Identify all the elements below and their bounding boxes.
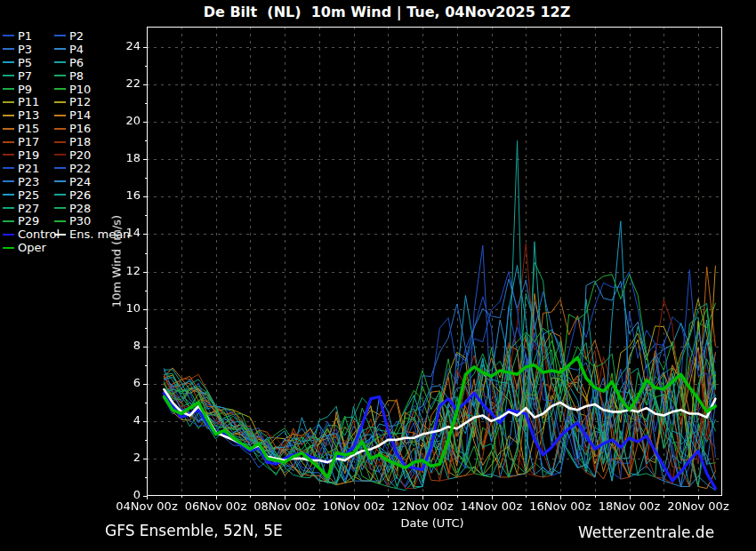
y-tick-label: 16 bbox=[105, 188, 141, 204]
y-tick-label: 6 bbox=[105, 376, 141, 391]
x-tick-label: 08Nov 00z bbox=[253, 499, 315, 513]
app-window: De Bilt (NL) 10m Wind | Tue, 04Nov2025 1… bbox=[0, 0, 756, 551]
y-tick-label: 18 bbox=[105, 151, 141, 166]
y-tick-label: 2 bbox=[105, 451, 141, 466]
y-tick-label: 4 bbox=[105, 413, 141, 428]
y-tick-label: 22 bbox=[105, 76, 141, 92]
y-tick-label: 8 bbox=[105, 339, 141, 354]
footer-model-info: GFS Ensemble, 52N, 5E bbox=[105, 522, 283, 539]
x-tick-label: 20Nov 00z bbox=[667, 499, 728, 513]
x-tick-label: 10Nov 00z bbox=[323, 499, 384, 513]
footer-branding: Wetterzentrale.de bbox=[578, 523, 714, 541]
y-tick-label: 24 bbox=[105, 39, 141, 54]
y-tick-label: 14 bbox=[105, 226, 141, 241]
x-tick-label: 06Nov 00z bbox=[185, 499, 246, 513]
x-tick-label: 18Nov 00z bbox=[599, 499, 660, 513]
x-axis-title: Date (UTC) bbox=[400, 516, 463, 530]
y-tick-label: 12 bbox=[105, 264, 141, 279]
x-tick-label: 04Nov 00z bbox=[116, 499, 177, 513]
x-tick-label: 16Nov 00z bbox=[529, 499, 591, 513]
y-tick-label: 20 bbox=[105, 114, 141, 129]
y-tick-label: 10 bbox=[105, 301, 141, 316]
x-tick-label: 12Nov 00z bbox=[391, 499, 453, 513]
x-tick-label: 14Nov 00z bbox=[461, 499, 522, 513]
